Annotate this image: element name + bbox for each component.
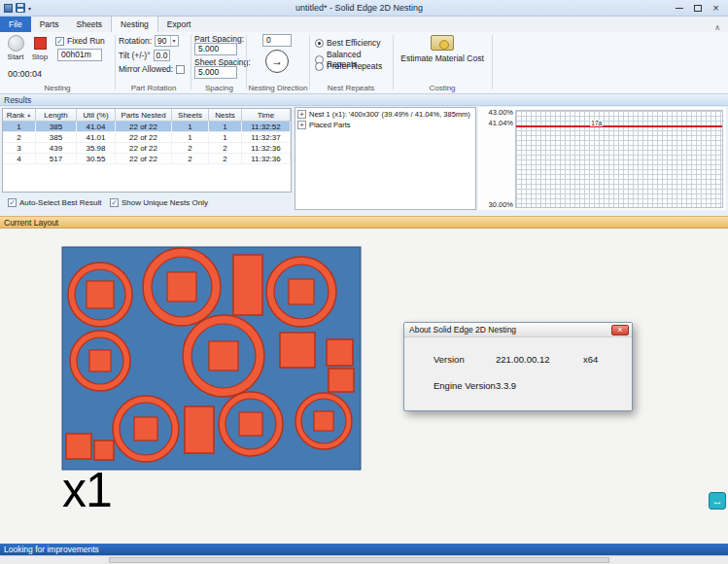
title-bar: ▾ untitled* - Solid Edge 2D Nesting × — [0, 0, 728, 17]
auto-select-best-result-checkbox[interactable]: ✓ Auto-Select Best Result — [8, 198, 101, 207]
column-header-nests[interactable]: Nests — [209, 109, 242, 122]
chart-best-line — [516, 125, 722, 127]
minimize-button[interactable] — [673, 3, 685, 14]
column-header-parts-nested[interactable]: Parts Nested — [116, 109, 172, 122]
current-layout-label: Current Layout — [4, 218, 58, 228]
group-label-spacing: Spacing — [192, 84, 246, 92]
table-row[interactable]: 238541.0122 of 221111:32:37 — [3, 132, 291, 143]
part-spacing-input[interactable]: 5.000 — [194, 43, 237, 55]
table-cell: 22 of 22 — [116, 132, 172, 142]
tree-item-nest[interactable]: + Nest 1 (x1): '400x300' (39.49% / 41.04… — [296, 109, 474, 120]
column-header-sheets[interactable]: Sheets — [172, 109, 209, 122]
estimate-material-cost-button[interactable]: Estimate Material Cost — [395, 35, 490, 63]
group-divider — [115, 35, 116, 89]
column-label: Parts Nested — [121, 111, 165, 120]
fit-view-button[interactable]: ↔ — [709, 492, 726, 510]
table-row[interactable]: 138541.0422 of 221111:32:52 — [3, 122, 291, 132]
about-dialog-body: Version 221.00.00.12 x64 Engine Version … — [404, 337, 632, 410]
table-row[interactable]: 451730.5522 of 222211:32:36 — [3, 154, 291, 164]
about-dialog-title: About Solid Edge 2D Nesting — [409, 325, 516, 335]
tab-export[interactable]: Export — [158, 17, 200, 32]
direction-angle-input[interactable]: 0 — [262, 34, 292, 47]
version-label: Version — [433, 354, 496, 365]
maximize-icon — [694, 5, 702, 12]
horizontal-scrollbar[interactable] — [0, 555, 728, 564]
expand-icon[interactable]: + — [297, 110, 306, 119]
stop-icon — [32, 35, 49, 52]
stop-button[interactable]: Stop — [28, 35, 52, 61]
radio-prefer-repeats[interactable]: Prefer Repeats — [315, 61, 382, 71]
run-time-input[interactable]: 00h01m — [57, 49, 102, 61]
about-dialog-titlebar[interactable]: About Solid Edge 2D Nesting × — [404, 323, 632, 337]
rotation-label: Rotation: — [119, 36, 152, 46]
elapsed-time: 00:00:04 — [8, 69, 42, 79]
close-button[interactable]: × — [710, 3, 722, 14]
column-label: Time — [258, 111, 274, 120]
rotation-value: 90 — [157, 36, 166, 46]
current-layout-header: Current Layout — [0, 216, 728, 229]
quick-access-dropdown-icon[interactable]: ▾ — [28, 5, 31, 12]
table-cell: 11:32:52 — [242, 122, 291, 131]
nesting-direction-button[interactable]: → — [265, 50, 289, 73]
tab-sheets[interactable]: Sheets — [68, 17, 111, 32]
group-divider — [393, 35, 394, 89]
table-cell: 1 — [172, 122, 209, 131]
ribbon-collapse-icon[interactable]: ∧ — [714, 23, 728, 32]
engine-version-value: 3.3.9 — [496, 380, 583, 391]
group-label-nesting-direction: Nesting Direction — [248, 84, 308, 92]
mirror-allowed-checkbox[interactable] — [176, 65, 185, 74]
ribbon: Start Stop ✓ Fixed Run 00h01m 00:00:04 N… — [0, 32, 728, 94]
table-cell: 1 — [172, 132, 209, 142]
table-cell: 41.01 — [77, 132, 116, 142]
group-label-nest-repeats: Nest Repeats — [311, 84, 391, 92]
start-button[interactable]: Start — [4, 35, 27, 61]
table-cell: 385 — [36, 122, 77, 131]
results-panel: Results Rank▲ Length Util (%) Parts Nest… — [0, 94, 728, 216]
maximize-button[interactable] — [691, 3, 704, 14]
scrollbar-thumb[interactable] — [109, 557, 609, 563]
column-header-time[interactable]: Time — [242, 109, 291, 122]
auto-select-label: Auto-Select Best Result — [19, 198, 101, 207]
column-header-length[interactable]: Length — [36, 109, 77, 122]
group-label-costing: Costing — [395, 84, 490, 92]
start-label: Start — [8, 53, 24, 61]
show-unique-label: Show Unique Nests Only — [121, 198, 208, 207]
table-cell: 41.04 — [77, 122, 116, 131]
checkbox-check-icon: ✓ — [55, 37, 64, 46]
group-divider — [191, 35, 191, 89]
group-divider — [309, 35, 310, 89]
sheet-spacing-input[interactable]: 5.000 — [194, 66, 237, 79]
tab-file[interactable]: File — [0, 17, 31, 32]
save-icon[interactable] — [16, 3, 25, 13]
table-cell: 22 of 22 — [116, 143, 172, 153]
tab-nesting[interactable]: Nesting — [111, 16, 158, 32]
rotation-dropdown[interactable]: 90▾ — [155, 35, 178, 47]
app-icon — [4, 4, 13, 13]
nest-tree: + Nest 1 (x1): '400x300' (39.49% / 41.04… — [295, 107, 476, 210]
radio-best-efficiency[interactable]: Best Efficiency — [315, 38, 381, 48]
expand-icon[interactable]: + — [297, 121, 306, 129]
about-close-button[interactable]: × — [611, 325, 629, 335]
table-row[interactable]: 343935.9822 of 222211:32:36 — [3, 143, 291, 154]
column-header-util[interactable]: Util (%) — [77, 109, 116, 122]
tilt-input[interactable]: 0.0 — [154, 50, 171, 61]
tree-item-placed-parts[interactable]: + Placed Parts — [296, 120, 474, 130]
chevron-down-icon: ▾ — [170, 36, 176, 46]
group-label-part-rotation: Part Rotation — [117, 84, 191, 92]
table-cell: 439 — [36, 143, 77, 153]
results-header: Results — [0, 94, 728, 106]
column-header-rank[interactable]: Rank▲ — [3, 109, 36, 122]
table-cell: 385 — [36, 132, 77, 142]
column-label: Nests — [215, 111, 234, 120]
table-cell: 2 — [209, 143, 242, 153]
tilt-label: Tilt (+/-)° — [119, 51, 151, 60]
chart-grid: 17a — [515, 110, 723, 208]
ribbon-group-nesting: Start Stop ✓ Fixed Run 00h01m 00:00:04 N… — [2, 32, 113, 93]
table-cell: 11:32:36 — [242, 143, 291, 153]
show-unique-nests-checkbox[interactable]: ✓ Show Unique Nests Only — [110, 198, 208, 207]
minimize-icon — [676, 8, 683, 9]
tab-parts[interactable]: Parts — [31, 17, 68, 32]
version-row: Version 221.00.00.12 x64 — [433, 354, 598, 365]
quick-access-toolbar: ▾ — [0, 3, 58, 13]
fixed-run-checkbox[interactable]: ✓ Fixed Run — [55, 36, 105, 46]
